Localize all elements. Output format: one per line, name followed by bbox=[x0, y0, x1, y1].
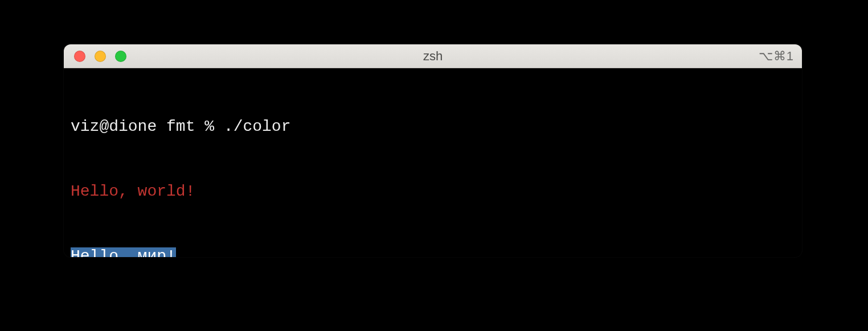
output-line-1: Hello, world! bbox=[71, 181, 795, 202]
output-line-2: Hello, мир! bbox=[71, 246, 795, 257]
titlebar: zsh ⌥⌘1 bbox=[64, 44, 802, 68]
hello-mir-underline: Hello, мир! bbox=[71, 247, 176, 257]
window-title: zsh bbox=[64, 49, 802, 64]
hello-world-red: Hello, world! bbox=[71, 183, 195, 200]
zoom-icon[interactable] bbox=[115, 51, 126, 62]
window-shortcut-label: ⌥⌘1 bbox=[759, 49, 794, 64]
terminal-window: zsh ⌥⌘1 viz@dione fmt % ./color Hello, w… bbox=[64, 44, 802, 257]
traffic-lights bbox=[64, 51, 126, 62]
close-icon[interactable] bbox=[74, 51, 85, 62]
command: ./color bbox=[224, 118, 291, 135]
prompt: viz@dione fmt % bbox=[71, 118, 224, 135]
minimize-icon[interactable] bbox=[95, 51, 106, 62]
command-line: viz@dione fmt % ./color bbox=[71, 116, 795, 138]
terminal-body[interactable]: viz@dione fmt % ./color Hello, world! He… bbox=[64, 68, 802, 257]
